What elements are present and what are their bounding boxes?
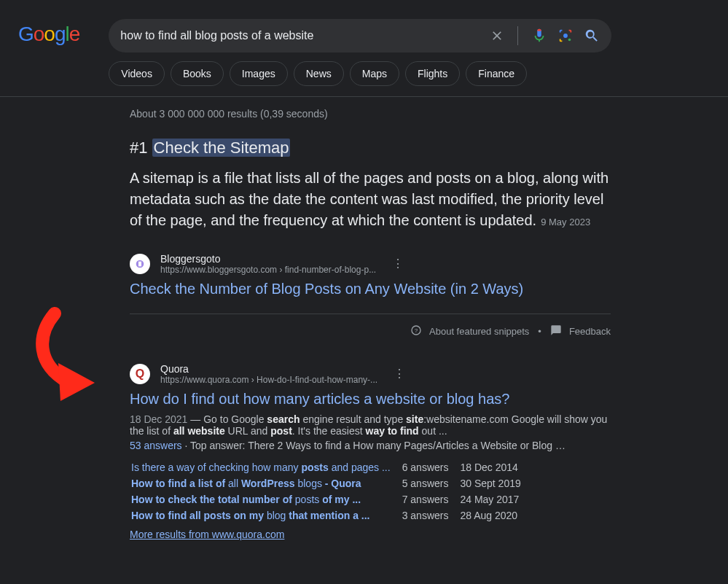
featured-snippet-body: A sitemap is a file that lists all of th… bbox=[130, 168, 611, 231]
annotation-arrow-icon bbox=[29, 306, 109, 416]
result-description: 18 Dec 2021 — Go to Google search engine… bbox=[130, 413, 611, 437]
clear-icon[interactable] bbox=[490, 28, 504, 43]
tab-flights[interactable]: Flights bbox=[405, 61, 460, 86]
source-favicon: Q bbox=[130, 364, 150, 384]
result-stats: About 3 000 000 000 results (0,39 second… bbox=[130, 108, 611, 120]
tab-finance[interactable]: Finance bbox=[466, 61, 527, 86]
svg-point-1 bbox=[568, 39, 571, 42]
info-icon[interactable]: ? bbox=[410, 324, 422, 338]
source-name: Quora bbox=[160, 363, 377, 375]
feedback-link[interactable]: Feedback bbox=[569, 326, 611, 337]
svg-rect-4 bbox=[138, 262, 141, 267]
related-date: 24 May 2017 bbox=[460, 492, 531, 507]
tab-videos[interactable]: Videos bbox=[109, 61, 165, 86]
more-options-icon[interactable]: ⋮ bbox=[392, 258, 404, 270]
search-icon[interactable] bbox=[584, 28, 600, 44]
more-results-link[interactable]: More results from www.quora.com bbox=[130, 529, 611, 540]
more-options-icon[interactable]: ⋮ bbox=[394, 368, 405, 380]
related-row: How to find all posts on my blog that me… bbox=[131, 508, 531, 523]
related-questions: Is there a way of checking how many post… bbox=[130, 459, 533, 524]
related-row: How to find a list of all WordPress blog… bbox=[131, 476, 531, 491]
tab-books[interactable]: Books bbox=[171, 61, 224, 86]
feedback-icon bbox=[550, 324, 562, 338]
related-question-link[interactable]: Is there a way of checking how many post… bbox=[131, 462, 391, 473]
search-input[interactable] bbox=[120, 29, 490, 42]
related-answer-count: 7 answers bbox=[402, 492, 459, 507]
result-link[interactable]: How do I find out how many articles a we… bbox=[130, 391, 611, 408]
lens-icon[interactable] bbox=[557, 28, 574, 44]
related-question-link[interactable]: How to check the total number of posts o… bbox=[131, 494, 361, 505]
source-url: https://www.bloggersgoto.com › find-numb… bbox=[160, 265, 376, 275]
featured-heading: #1 Check the Sitemap bbox=[130, 139, 611, 157]
related-row: How to check the total number of posts o… bbox=[131, 492, 531, 507]
related-question-link[interactable]: How to find a list of all WordPress blog… bbox=[131, 478, 361, 489]
featured-result-link[interactable]: Check the Number of Blog Posts on Any We… bbox=[130, 281, 611, 297]
related-date: 28 Aug 2020 bbox=[460, 508, 531, 523]
svg-text:?: ? bbox=[415, 327, 418, 334]
source-url: https://www.quora.com › How-do-I-find-ou… bbox=[160, 375, 377, 385]
source-name: Bloggersgoto bbox=[160, 253, 376, 265]
mic-icon[interactable] bbox=[531, 28, 547, 44]
related-date: 18 Dec 2014 bbox=[460, 460, 531, 475]
tab-images[interactable]: Images bbox=[230, 61, 288, 86]
svg-point-0 bbox=[563, 34, 568, 38]
about-snippets-link[interactable]: About featured snippets bbox=[429, 326, 529, 337]
related-answer-count: 3 answers bbox=[402, 508, 459, 523]
related-answer-count: 5 answers bbox=[402, 476, 459, 491]
related-answer-count: 6 answers bbox=[402, 460, 459, 475]
related-row: Is there a way of checking how many post… bbox=[131, 460, 531, 475]
tab-maps[interactable]: Maps bbox=[350, 61, 399, 86]
filter-tabs: VideosBooksImagesNewsMapsFlightsFinance bbox=[109, 61, 611, 86]
tab-news[interactable]: News bbox=[294, 61, 344, 86]
search-bar bbox=[109, 19, 611, 52]
google-logo[interactable]: Google bbox=[18, 23, 79, 46]
result-subline: 53 answers · Top answer: There 2 Ways to… bbox=[130, 440, 611, 451]
related-question-link[interactable]: How to find all posts on my blog that me… bbox=[131, 510, 370, 521]
answers-link[interactable]: 53 answers bbox=[130, 440, 182, 451]
source-favicon bbox=[130, 254, 150, 274]
related-date: 30 Sept 2019 bbox=[460, 476, 531, 491]
